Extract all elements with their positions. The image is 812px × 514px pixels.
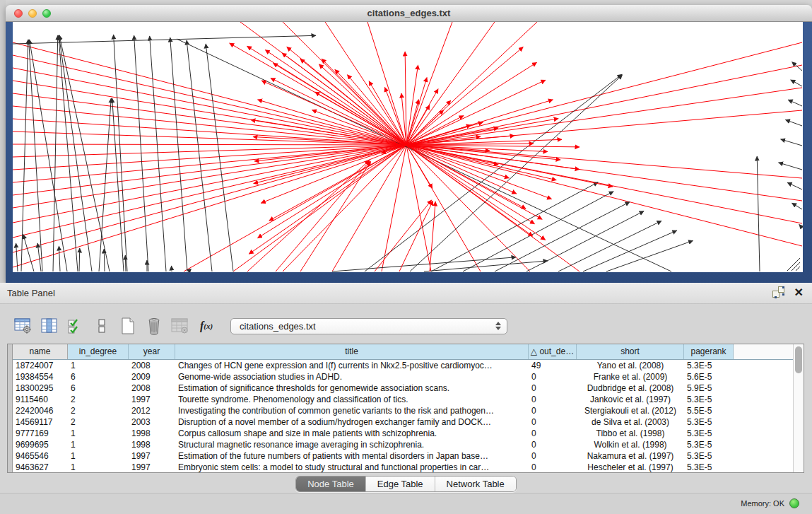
table-cell[interactable]: Yano et al. (2008) [577,360,684,371]
table-cell[interactable]: 5.3E-5 [684,428,734,439]
column-header-name[interactable]: name [13,344,68,359]
graph-edge[interactable] [99,98,111,271]
table-cell[interactable]: 0 [529,439,577,450]
table-cell[interactable]: 6 [68,371,129,382]
table-cell[interactable]: 1997 [129,462,175,472]
table-cell[interactable]: 9463627 [13,462,68,472]
table-cell[interactable]: 2003 [129,416,175,428]
table-cell[interactable]: 14569117 [13,416,68,428]
table-row[interactable]: 1938455462009Genome-wide association stu… [13,371,793,382]
graph-edge[interactable] [53,35,58,271]
scrollbar-thumb[interactable] [795,346,802,373]
graph-edge[interactable] [254,145,406,184]
graph-edge[interactable] [247,160,370,271]
graph-edge[interactable] [125,255,126,271]
table-cell[interactable]: 1 [68,360,129,371]
table-cell[interactable]: 49 [529,360,577,371]
table-cell[interactable]: 9465546 [13,450,68,462]
table-cell[interactable]: Estimation of significance thresholds fo… [175,382,529,394]
table-cell[interactable]: 1 [68,428,129,439]
graph-edge[interactable] [406,42,802,145]
graph-edge[interactable] [792,203,802,209]
table-row[interactable]: 1456911722003Disruption of a novel membe… [13,416,793,428]
graph-edge[interactable] [59,246,60,271]
table-cell[interactable]: 0 [529,405,577,416]
column-header-year[interactable]: year [129,344,175,359]
table-cell[interactable]: Stergiakouli et al. (2012) [577,405,684,416]
table-mode-icon[interactable] [11,314,35,338]
column-header-title[interactable]: title [175,344,529,359]
graph-edge[interactable] [406,88,802,145]
graph-edge[interactable] [375,200,432,271]
float-window-icon[interactable] [772,286,784,298]
selection-mode-icon[interactable] [64,314,88,338]
graph-edge[interactable] [399,201,433,271]
table-cell[interactable]: 9699695 [13,439,68,450]
show-columns-icon[interactable] [37,314,61,338]
graph-edge[interactable] [792,262,800,271]
table-cell[interactable]: 1998 [129,428,175,439]
window-titlebar[interactable]: citations_edges.txt [6,5,812,22]
tab-edge-table[interactable]: Edge Table [366,477,435,491]
table-cell[interactable]: 2012 [129,405,175,416]
graph-edge[interactable] [606,240,693,271]
table-cell[interactable]: 5.3E-5 [684,450,734,462]
table-cell[interactable]: Jankovic et al. (1997) [577,394,684,405]
graph-edge[interactable] [779,163,802,170]
graph-edge[interactable] [13,145,406,170]
table-cell[interactable]: 6 [68,382,129,394]
graph-edge[interactable] [787,182,802,189]
table-cell[interactable]: 5.9E-5 [684,382,734,394]
table-cell[interactable]: 2 [68,405,129,416]
network-canvas[interactable] [13,22,803,272]
graph-edge[interactable] [406,22,495,145]
table-cell[interactable]: 1 [68,450,129,462]
column-header-in_degree[interactable]: in_degree [68,344,129,359]
graph-edge[interactable] [406,145,431,271]
table-cell[interactable]: Disruption of a novel member of a sodium… [175,416,529,428]
graph-edge[interactable] [430,201,435,271]
graph-edge[interactable] [785,119,802,126]
table-cell[interactable]: 9777169 [13,428,68,439]
table-cell[interactable]: 2 [68,416,129,428]
table-cell[interactable]: Investigating the contribution of common… [175,405,529,416]
graph-edge[interactable] [13,145,406,182]
graph-edge[interactable] [791,80,802,86]
table-cell[interactable]: Embryonic stem cells: a model to study s… [175,462,529,472]
table-cell[interactable]: Tourette syndrome. Phenomenology and cla… [175,394,529,405]
memory-status-indicator[interactable] [789,498,799,508]
graph-edge[interactable] [249,145,406,254]
graph-edge[interactable] [347,75,406,145]
create-column-icon[interactable] [116,314,140,338]
delete-table-icon[interactable] [168,314,192,338]
graph-edge[interactable] [799,224,802,228]
graph-edge[interactable] [325,22,406,145]
table-cell[interactable]: Dudbridge et al. (2008) [577,382,684,394]
table-cell[interactable]: 9115460 [13,394,68,405]
graph-edge[interactable] [276,161,370,271]
table-cell[interactable]: Hescheler et al. (1997) [577,462,684,472]
table-row[interactable]: 969969511998Structural magnetic resonanc… [13,439,793,450]
graph-edge[interactable] [406,145,534,224]
table-cell[interactable]: Nakamura et al. (1997) [577,450,684,462]
table-cell[interactable]: Corpus callosum shape and size in male p… [175,428,529,439]
table-cell[interactable]: 5.3E-5 [684,360,734,371]
table-row[interactable]: 946362711997Embryonic stem cells: a mode… [13,462,793,472]
close-panel-icon[interactable]: ✕ [794,286,804,298]
graph-edge[interactable] [796,267,800,271]
graph-edge[interactable] [406,65,418,145]
table-cell[interactable]: 0 [529,382,577,394]
graph-edge[interactable] [13,144,406,145]
graph-edge[interactable] [788,100,802,106]
table-cell[interactable]: 0 [529,394,577,405]
table-cell[interactable]: 18724007 [13,360,68,371]
column-header-out_de[interactable]: △ out_de… [529,344,577,359]
column-header-short[interactable]: short [577,344,684,359]
graph-edge[interactable] [300,161,371,271]
graph-edge[interactable] [257,145,406,238]
table-cell[interactable]: 19384554 [13,371,68,382]
graph-edge[interactable] [463,192,613,271]
tab-network-table[interactable]: Network Table [435,477,516,491]
table-cell[interactable]: Structural magnetic resonance image aver… [175,439,529,450]
graph-edge[interactable] [792,62,802,71]
